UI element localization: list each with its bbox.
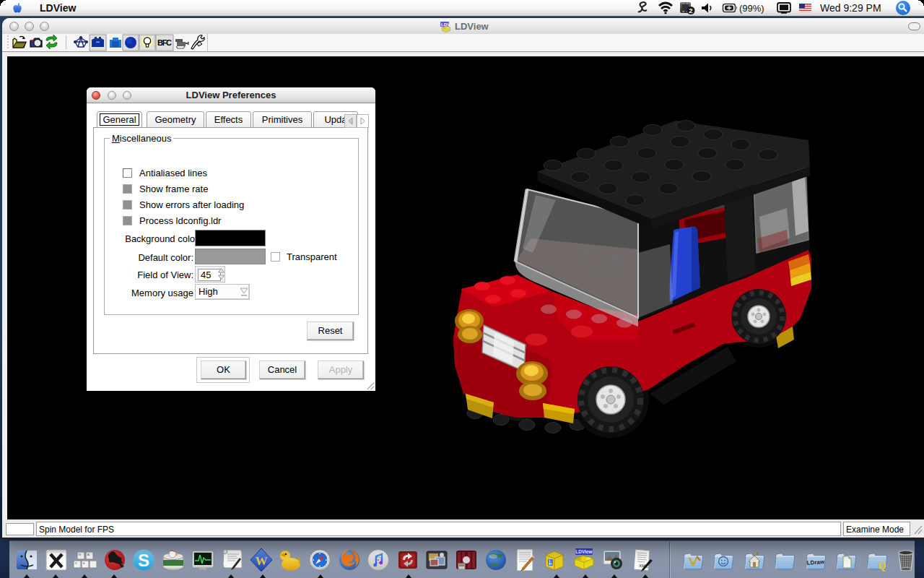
svg-text:LDView: LDView xyxy=(576,549,593,554)
svg-text:BFC: BFC xyxy=(157,38,172,47)
svg-text:A: A xyxy=(87,553,90,556)
svg-text:V: V xyxy=(75,561,77,565)
svg-text:2: 2 xyxy=(689,7,692,14)
svg-text:W: W xyxy=(255,554,267,568)
svg-text:E: E xyxy=(83,561,85,565)
svg-text:Q: Q xyxy=(879,560,886,571)
svg-text:S: S xyxy=(138,551,149,570)
svg-text:N: N xyxy=(79,553,81,556)
svg-text:LDraw: LDraw xyxy=(806,558,825,566)
